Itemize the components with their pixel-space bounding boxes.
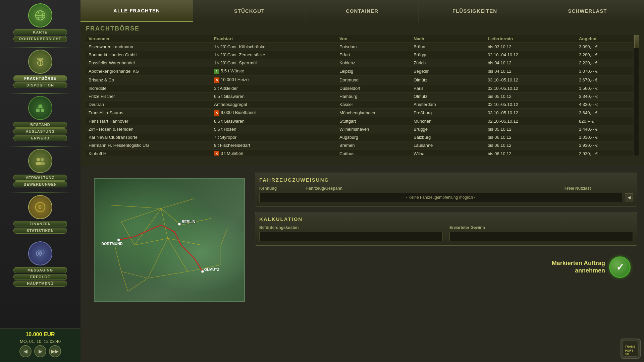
svg-text:OLMÜTZ: OLMÜTZ (204, 267, 220, 272)
kalkulation-panel: KALKULATION Beförderungskosten Erwartete… (255, 212, 637, 246)
sidebar-group-karte: KARTE ROUTENÜBERSICHT (0, 3, 80, 42)
sidebar-item-bewerbungen[interactable]: BEWERBUNGEN (13, 181, 67, 187)
sidebar-icon-finanzen[interactable]: € (28, 195, 52, 219)
prev-button[interactable]: ◀ (19, 345, 32, 357)
table-row[interactable]: Fritze Fischer 6,5 t Glaswaren Hamburg O… (86, 93, 633, 101)
cell-versender: Deutran (86, 101, 211, 109)
sidebar-item-statistiken[interactable]: STATISTIKEN (13, 228, 67, 234)
sidebar-item-frachtboerse[interactable]: FRACHTBÖRSE (13, 75, 67, 81)
sidebar-icon-karte[interactable] (28, 3, 52, 27)
sidebar-icon-bestand[interactable] (28, 96, 52, 120)
svg-marker-12 (37, 104, 44, 108)
cell-nach: Brünn (411, 43, 485, 51)
play-button[interactable]: ▶ (34, 345, 46, 357)
svg-line-42 (128, 278, 148, 292)
scrollbar-track[interactable] (634, 35, 639, 156)
table-row[interactable]: Eisenwaren Landmann 1× 20'-Cont. Kühlsch… (86, 43, 633, 51)
table-row[interactable]: Incredble 3 t Altkleider Düsseldorf Pari… (86, 84, 633, 93)
svg-point-46 (201, 270, 204, 273)
cell-versender: Eisenwaren Landmann (86, 43, 211, 51)
sidebar-item-erfolge[interactable]: ERFOLGE (13, 274, 67, 280)
sidebar-icon-messaging[interactable] (28, 241, 52, 265)
befoerderungskosten-input[interactable] (259, 232, 443, 241)
table-row[interactable]: Zirr - Hosen & Hemden 5,5 t Hosen Wilhel… (86, 125, 633, 133)
cell-versender: Apothekengroßhandel KG (86, 67, 211, 76)
cell-liefertermin: 03.10.-05.10.12 (485, 76, 576, 84)
cell-von: Wilhelmshaven (337, 125, 411, 133)
warning-icon: ✕ (214, 110, 219, 116)
table-row[interactable]: Kar Neval Clubtransporte 7 t Styropor Au… (86, 133, 633, 141)
svg-line-30 (168, 238, 201, 245)
cell-liefertermin: bis 03.10.12 (485, 43, 576, 51)
table-row[interactable]: Hans Hart Hannover 8,5 t Glaswaren Stutt… (86, 117, 633, 125)
tab-stueckgut[interactable]: STÜCKGUT (193, 0, 306, 22)
date-display: MO, 01. 10. 12 08:40 (3, 339, 78, 344)
svg-text:BERLIN: BERLIN (182, 220, 196, 224)
cell-liefertermin: 03.10.-05.10.12 (485, 109, 576, 117)
map-container-outer: BERLIN DORTMUND OLMÜTZ (80, 166, 252, 362)
erwarteter-gewinn-input[interactable] (449, 232, 633, 241)
cell-angebot: 4.320,-- € (576, 101, 633, 109)
sidebar-item-auslastung[interactable]: AUSLASTUNG (13, 128, 67, 134)
table-row[interactable]: Apothekengroßhandel KG !5,5 t Würste Lei… (86, 67, 633, 76)
cell-angebot: 3.640,-- € (576, 109, 633, 117)
cell-angebot: 3.670,-- € (576, 76, 633, 84)
sidebar-item-routenuebersicht[interactable]: ROUTENÜBERSICHT (13, 36, 67, 42)
cell-von: Bremen (337, 141, 411, 149)
cell-angebot: 3.070,-- € (576, 67, 633, 76)
sidebar-item-finanzen[interactable]: FINANZEN (13, 221, 67, 227)
ff-button[interactable]: ▶▶ (49, 345, 61, 357)
freight-table-body: Eisenwaren Landmann 1× 20'-Cont. Kühlsch… (86, 43, 633, 156)
table-row[interactable]: Hermann H. Hessenlogistic UG 9 t Fischer… (86, 141, 633, 149)
table-row[interactable]: TransAll o-Saurus ✕9.000 l Bioethanol Mö… (86, 109, 633, 117)
erwarteter-gewinn-label: Erwarteter Gewinn (449, 225, 633, 230)
cell-frachtart: ✕9.000 l Bioethanol (211, 109, 337, 117)
cell-angebot: 1.030,-- € (576, 133, 633, 141)
svg-line-43 (121, 272, 128, 291)
accept-button[interactable]: Markierten Auftrag annehmen ✓ (552, 256, 631, 278)
svg-point-20 (38, 252, 40, 255)
fahrzeugzuweisung-title: FAHRZEUGZUWEISUNG (259, 177, 633, 183)
tab-alle-frachten[interactable]: ALLE FRACHTEN (80, 0, 193, 22)
sidebar-item-disposition[interactable]: DISPOSITION (13, 82, 67, 88)
svg-line-26 (121, 208, 161, 222)
cell-von: Leipzig (337, 67, 411, 76)
cell-frachtart: ✕10.000 l Heizöl (211, 76, 337, 84)
sidebar-item-verwaltung[interactable]: VERWALTUNG (13, 175, 67, 181)
col-nutzlast-header: Freie Nutzlast (565, 186, 618, 191)
accept-button-circle[interactable]: ✓ (609, 256, 631, 278)
cell-nach: Olmütz (411, 93, 485, 101)
vehicle-select-button[interactable]: ◀ (625, 193, 633, 201)
table-row[interactable]: Kinhoff H. ✕3 t Munition Cottbus Wilna b… (86, 149, 633, 156)
info-icon: ! (214, 69, 219, 74)
sidebar-item-bestand[interactable]: BESTAND (13, 122, 67, 128)
svg-point-14 (41, 158, 44, 161)
cell-frachtart: 3 t Altkleider (211, 84, 337, 93)
cell-nach: Salzburg (411, 133, 485, 141)
table-row[interactable]: Baumarkt Haurien GmbH 1× 20'-Cont. Zemen… (86, 51, 633, 59)
sidebar-item-erwerb[interactable]: ERWERB (13, 135, 67, 141)
table-row[interactable]: Brisanz & Co ✕10.000 l Heizöl Dortmund O… (86, 76, 633, 84)
tab-schwerlast[interactable]: SCHWERLAST (531, 0, 644, 22)
cell-versender: TransAll o-Saurus (86, 109, 211, 117)
section-title: FRACHTBÖRSE (86, 25, 639, 32)
befoerderungskosten-group: Beförderungskosten (259, 225, 443, 241)
cell-frachtart: Antriebsaggregat (211, 101, 337, 109)
sidebar-item-messaging[interactable]: MESSAGING (13, 267, 67, 273)
cell-von: Hamburg (337, 93, 411, 101)
tab-container[interactable]: CONTAINER (306, 0, 419, 22)
sidebar-icon-frachtboerse[interactable] (28, 50, 52, 74)
table-row[interactable]: Passfeller Warenhandel 1× 20'-Cont. Sper… (86, 59, 633, 67)
cell-frachtart: !5,5 t Würste (211, 67, 337, 76)
svg-text:SIM: SIM (625, 353, 629, 355)
sidebar-icon-verwaltung[interactable] (28, 149, 52, 173)
table-row[interactable]: Deutran Antriebsaggregat Kassel Amsterda… (86, 101, 633, 109)
cell-von: Potsdam (337, 43, 411, 51)
warning-icon: ✕ (214, 77, 219, 83)
scrollbar-thumb[interactable] (634, 35, 639, 48)
checkmark-icon: ✓ (616, 262, 624, 273)
freight-table-wrapper: Versender Frachtart Von Nach Liefertermi… (86, 35, 639, 156)
tab-fluessigkeiten[interactable]: FLÜSSIGKEITEN (419, 0, 531, 22)
sidebar-item-karte[interactable]: KARTE (13, 29, 67, 35)
sidebar-item-hauptmenu[interactable]: HAUPTMENÜ (13, 281, 67, 287)
